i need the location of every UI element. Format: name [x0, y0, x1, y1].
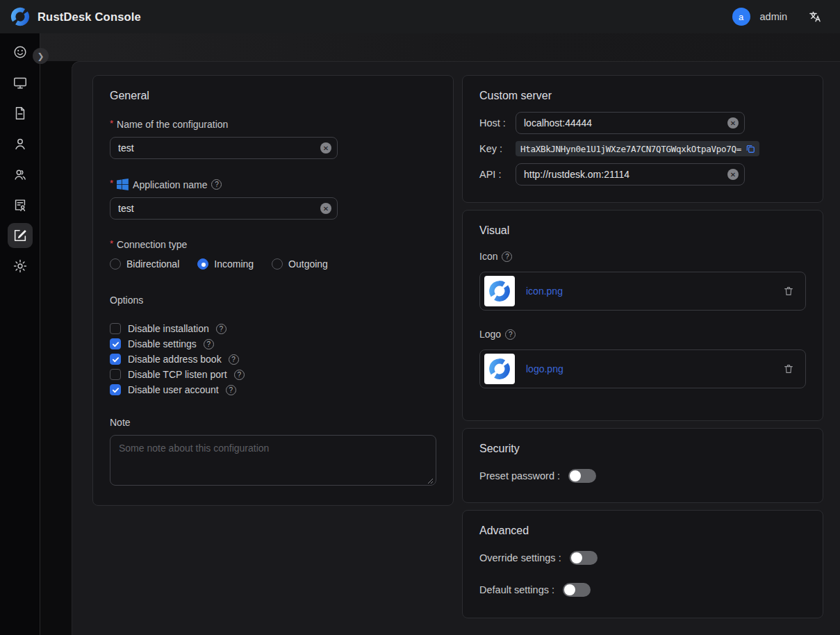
advanced-card: Advanced Override settings : Default set…	[462, 510, 823, 618]
connection-type-group: Bidirectional Incoming Outgoing	[110, 258, 436, 270]
required-asterisk: *	[110, 178, 113, 188]
checkbox-icon	[110, 384, 121, 395]
general-title: General	[110, 90, 436, 102]
translate-icon[interactable]	[808, 10, 822, 24]
icon-file-row: icon.png	[479, 272, 806, 311]
radio-incoming[interactable]: Incoming	[197, 258, 254, 270]
gear-icon	[13, 258, 28, 274]
radio-outgoing[interactable]: Outgoing	[272, 258, 328, 270]
options-label: Options	[110, 295, 436, 306]
clear-icon[interactable]: ✕	[320, 142, 331, 154]
radio-icon	[272, 258, 283, 270]
custom-server-card: Custom server Host : ✕ Key : HtaXBkJNHyn…	[462, 75, 823, 203]
user-icon	[13, 136, 28, 151]
app-name-label: * Application name ?	[110, 179, 436, 190]
help-icon[interactable]: ?	[204, 339, 214, 349]
app-name-field[interactable]	[110, 203, 337, 214]
trash-icon[interactable]	[783, 286, 794, 297]
copy-icon[interactable]	[746, 144, 755, 154]
monitor-icon	[13, 75, 28, 90]
checkbox-disable-address-book[interactable]: Disable address book ?	[110, 352, 436, 367]
custom-server-title: Custom server	[479, 90, 806, 102]
checkbox-disable-settings[interactable]: Disable settings ?	[110, 336, 436, 352]
sidebar-item-users[interactable]	[8, 131, 33, 156]
logo-file-row: logo.png	[479, 349, 806, 388]
content-container: General * Name of the configuration ✕ *	[72, 61, 840, 635]
clear-icon[interactable]: ✕	[320, 203, 331, 214]
default-settings-toggle[interactable]	[563, 583, 591, 597]
icon-file-link[interactable]: icon.png	[526, 286, 563, 297]
checkbox-disable-tcp-listen-port[interactable]: Disable TCP listen port ?	[110, 367, 436, 382]
api-input[interactable]: ✕	[516, 163, 745, 185]
api-field[interactable]	[516, 169, 744, 180]
visual-title: Visual	[479, 224, 806, 237]
top-bar: RustDesk Console a admin	[0, 0, 840, 33]
advanced-title: Advanced	[479, 525, 806, 537]
logo-label: Logo ?	[479, 329, 806, 340]
override-settings-label: Override settings :	[479, 552, 561, 563]
help-icon[interactable]: ?	[226, 385, 236, 395]
host-input[interactable]: ✕	[516, 112, 745, 134]
sidebar-nav	[0, 33, 40, 635]
security-card: Security Preset password :	[462, 428, 823, 503]
general-card: General * Name of the configuration ✕ *	[92, 75, 454, 506]
checkbox-icon	[110, 354, 121, 365]
host-field[interactable]	[516, 117, 744, 129]
connection-type-label: * Connection type	[110, 239, 436, 250]
required-asterisk: *	[110, 118, 113, 129]
sidebar-expand-button[interactable]: ❯	[33, 48, 49, 64]
sidebar-item-devices[interactable]	[8, 70, 33, 95]
note-label: Note	[110, 417, 436, 428]
main-area: General * Name of the configuration ✕ *	[40, 33, 840, 635]
clear-icon[interactable]: ✕	[727, 117, 739, 129]
brand: RustDesk Console	[10, 6, 141, 27]
icon-thumbnail	[484, 276, 515, 306]
help-icon[interactable]: ?	[216, 324, 227, 334]
rustdesk-logo-icon	[10, 6, 31, 27]
icon-label: Icon ?	[479, 251, 806, 262]
sidebar-item-dashboard[interactable]	[8, 40, 33, 65]
app-name-input[interactable]: ✕	[110, 197, 338, 220]
config-name-input[interactable]: ✕	[110, 137, 338, 159]
default-settings-label: Default settings :	[479, 584, 554, 595]
preset-password-label: Preset password :	[479, 470, 560, 481]
required-asterisk: *	[110, 238, 113, 249]
config-name-label: * Name of the configuration	[110, 119, 436, 130]
help-icon[interactable]: ?	[234, 370, 245, 380]
config-name-field[interactable]	[110, 142, 337, 154]
clear-icon[interactable]: ✕	[727, 169, 739, 180]
chevron-right-icon: ❯	[37, 51, 44, 61]
sidebar-item-groups[interactable]	[8, 162, 33, 187]
radio-icon	[110, 258, 121, 270]
checkbox-disable-user-account[interactable]: Disable user account ?	[110, 382, 436, 397]
visual-card: Visual Icon ? icon.png	[462, 210, 823, 421]
security-title: Security	[479, 443, 806, 455]
edit-icon	[13, 228, 28, 243]
sidebar-item-documents[interactable]	[8, 101, 33, 126]
sidebar-item-audit[interactable]	[8, 192, 33, 217]
user-name[interactable]: admin	[760, 11, 788, 22]
sidebar-item-configurations[interactable]	[8, 223, 33, 248]
radio-icon	[197, 258, 208, 270]
server-key-value: HtaXBkJNHyn0e1U1jWXze7A7CN7QTGWqxkOtpaVp…	[516, 141, 759, 156]
api-label: API :	[479, 169, 516, 180]
key-label: Key :	[479, 143, 516, 154]
radio-bidirectional[interactable]: Bidirectional	[110, 258, 179, 270]
sidebar-item-settings[interactable]	[8, 254, 33, 279]
smiley-icon	[13, 44, 28, 60]
document-icon	[13, 106, 28, 121]
override-settings-toggle[interactable]	[570, 551, 598, 565]
app-title: RustDesk Console	[38, 10, 141, 24]
help-icon[interactable]: ?	[505, 329, 516, 340]
help-icon[interactable]: ?	[502, 251, 512, 262]
checkbox-disable-installation[interactable]: Disable installation ?	[110, 321, 436, 336]
trash-icon[interactable]	[783, 363, 794, 374]
help-icon[interactable]: ?	[229, 354, 239, 365]
top-strip	[40, 33, 840, 61]
user-avatar[interactable]: a	[732, 8, 750, 26]
note-textarea[interactable]	[110, 435, 436, 486]
preset-password-toggle[interactable]	[568, 469, 596, 483]
help-icon[interactable]: ?	[211, 179, 222, 190]
logo-thumbnail	[484, 354, 515, 384]
logo-file-link[interactable]: logo.png	[526, 363, 563, 374]
